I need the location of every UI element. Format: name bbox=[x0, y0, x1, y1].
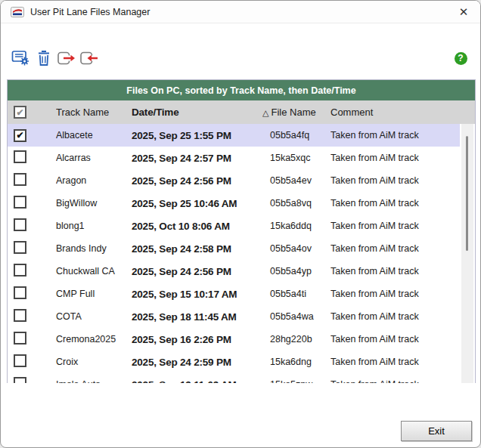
datetime-cell: 2025, Sep 24 2:57 PM bbox=[132, 153, 262, 164]
table-row[interactable]: Aragon2025, Sep 24 2:56 PM05b5a4evTaken … bbox=[8, 169, 460, 192]
import-arrow-icon bbox=[79, 50, 99, 66]
column-header-comment[interactable]: Comment bbox=[330, 107, 475, 118]
filename-cell: 05b5a4ti bbox=[262, 289, 330, 299]
track-name-cell: Cremona2025 bbox=[56, 334, 132, 344]
comment-cell: Taken from AiM track bbox=[330, 289, 460, 299]
row-checkbox[interactable] bbox=[14, 309, 26, 322]
scrollbar-thumb[interactable] bbox=[466, 136, 468, 251]
import-button[interactable] bbox=[79, 48, 100, 69]
row-checkbox-cell bbox=[8, 241, 56, 256]
table-row[interactable]: Cremona20252025, Sep 16 2:26 PM28hg220bT… bbox=[8, 328, 460, 351]
comment-cell: Taken from AiM track bbox=[330, 153, 460, 163]
window-title: User Pit Lane Files Manager bbox=[30, 7, 150, 17]
exit-button[interactable]: Exit bbox=[401, 421, 472, 441]
row-checkbox[interactable] bbox=[14, 150, 26, 163]
manage-files-button[interactable] bbox=[11, 48, 32, 69]
table-row[interactable]: Albacete2025, Sep 25 1:55 PM05b5a4fqTake… bbox=[8, 124, 460, 147]
comment-cell: Taken from AiM track bbox=[330, 266, 460, 277]
table-row[interactable]: CMP Full2025, Sep 15 10:17 AM05b5a4tiTak… bbox=[8, 283, 460, 305]
table-row[interactable]: Alcarras2025, Sep 24 2:57 PM15ka5xqcTake… bbox=[8, 147, 460, 169]
help-icon: ? bbox=[455, 52, 467, 65]
table-header: Track Name Date/Time △File Name Comment bbox=[8, 100, 475, 124]
row-checkbox[interactable] bbox=[14, 354, 26, 367]
table-row[interactable]: blong12025, Oct 10 8:06 AM15ka6ddqTaken … bbox=[8, 215, 460, 237]
comment-cell: Taken from AiM track bbox=[330, 130, 460, 141]
row-checkbox[interactable] bbox=[14, 264, 26, 277]
comment-cell: Taken from AiM track bbox=[330, 379, 460, 383]
table-row[interactable]: Imola Auto2025, Sep 19 11:09 AM15ka5zpwT… bbox=[8, 373, 460, 383]
datetime-cell: 2025, Sep 24 2:56 PM bbox=[132, 175, 262, 187]
filename-cell: 15ka6ddq bbox=[262, 221, 330, 231]
column-header-filename[interactable]: △File Name bbox=[262, 107, 330, 118]
comment-cell: Taken from AiM track bbox=[330, 334, 460, 344]
row-checkbox[interactable] bbox=[14, 129, 26, 142]
sort-ascending-icon: △ bbox=[262, 108, 268, 117]
row-checkbox[interactable] bbox=[14, 218, 26, 231]
files-panel: Files On PC, sorted by Track Name, then … bbox=[7, 79, 476, 383]
vertical-scrollbar[interactable] bbox=[461, 124, 473, 383]
track-name-cell: Croix bbox=[56, 357, 132, 367]
row-checkbox[interactable] bbox=[14, 332, 26, 344]
track-name-cell: Albacete bbox=[56, 130, 132, 141]
panel-banner: Files On PC, sorted by Track Name, then … bbox=[8, 80, 475, 100]
track-name-cell: BigWillow bbox=[56, 198, 132, 209]
titlebar: User Pit Lane Files Manager ✕ bbox=[1, 1, 480, 23]
comment-cell: Taken from AiM track bbox=[330, 175, 460, 186]
table-row[interactable]: Croix2025, Sep 24 2:59 PM15ka6dngTaken f… bbox=[8, 351, 460, 373]
column-header-track-name[interactable]: Track Name bbox=[56, 107, 132, 118]
datetime-cell: 2025, Oct 10 8:06 AM bbox=[132, 221, 262, 232]
datetime-cell: 2025, Sep 18 11:45 AM bbox=[132, 311, 262, 323]
row-checkbox-cell bbox=[8, 309, 56, 324]
file-list-body: Albacete2025, Sep 25 1:55 PM05b5a4fqTake… bbox=[8, 124, 475, 383]
row-checkbox-cell bbox=[8, 377, 56, 383]
select-all-cell bbox=[8, 106, 56, 119]
filename-cell: 28hg220b bbox=[262, 334, 330, 344]
toolbar: ? bbox=[1, 48, 480, 72]
filename-cell: 15ka6dng bbox=[262, 357, 330, 367]
trash-icon bbox=[36, 49, 51, 67]
table-row[interactable]: Chuckwall CA2025, Sep 24 2:56 PM05b5a4yp… bbox=[8, 260, 460, 283]
filename-cell: 05b5a4wa bbox=[262, 311, 330, 322]
select-all-checkbox[interactable] bbox=[14, 106, 26, 119]
close-button[interactable]: ✕ bbox=[452, 2, 476, 21]
datetime-cell: 2025, Sep 16 2:26 PM bbox=[132, 334, 262, 345]
track-name-cell: COTA bbox=[56, 311, 132, 322]
help-button[interactable]: ? bbox=[453, 51, 468, 66]
row-checkbox[interactable] bbox=[14, 241, 26, 254]
track-name-cell: CMP Full bbox=[56, 289, 132, 299]
comment-cell: Taken from AiM track bbox=[330, 357, 460, 367]
filename-cell: 05b5a4fq bbox=[262, 130, 330, 141]
export-button[interactable] bbox=[56, 48, 77, 69]
row-checkbox[interactable] bbox=[14, 286, 26, 299]
track-name-cell: Aragon bbox=[56, 175, 132, 186]
dialog-window: User Pit Lane Files Manager ✕ bbox=[0, 0, 481, 448]
datetime-cell: 2025, Sep 24 2:58 PM bbox=[132, 243, 262, 255]
row-checkbox[interactable] bbox=[14, 173, 26, 186]
datetime-cell: 2025, Sep 25 1:55 PM bbox=[132, 130, 262, 141]
table-row[interactable]: Brands Indy2025, Sep 24 2:58 PM05b5a4ovT… bbox=[8, 237, 460, 260]
row-checkbox[interactable] bbox=[14, 196, 26, 209]
list-settings-icon bbox=[11, 49, 31, 67]
row-checkbox-cell bbox=[8, 286, 56, 301]
row-checkbox[interactable] bbox=[14, 377, 26, 383]
track-name-cell: Chuckwall CA bbox=[56, 266, 132, 277]
datetime-cell: 2025, Sep 24 2:56 PM bbox=[132, 266, 262, 277]
delete-button[interactable] bbox=[33, 48, 54, 69]
column-header-filename-label: File Name bbox=[271, 107, 315, 118]
close-icon: ✕ bbox=[459, 5, 469, 19]
row-checkbox-cell bbox=[8, 129, 56, 142]
filename-cell: 05b5a8vq bbox=[262, 198, 330, 209]
table-row[interactable]: COTA2025, Sep 18 11:45 AM05b5a4waTaken f… bbox=[8, 305, 460, 328]
row-checkbox-cell bbox=[8, 173, 56, 188]
track-name-cell: Alcarras bbox=[56, 153, 132, 163]
column-header-datetime[interactable]: Date/Time bbox=[132, 107, 262, 118]
datetime-cell: 2025, Sep 19 11:09 AM bbox=[132, 379, 262, 384]
app-icon bbox=[11, 7, 24, 17]
row-checkbox-cell bbox=[8, 332, 56, 347]
row-checkbox-cell bbox=[8, 218, 56, 233]
track-name-cell: Brands Indy bbox=[56, 243, 132, 254]
table-row[interactable]: BigWillow2025, Sep 25 10:46 AM05b5a8vqTa… bbox=[8, 192, 460, 215]
comment-cell: Taken from AiM track bbox=[330, 311, 460, 322]
track-name-cell: blong1 bbox=[56, 221, 132, 231]
row-checkbox-cell bbox=[8, 196, 56, 211]
